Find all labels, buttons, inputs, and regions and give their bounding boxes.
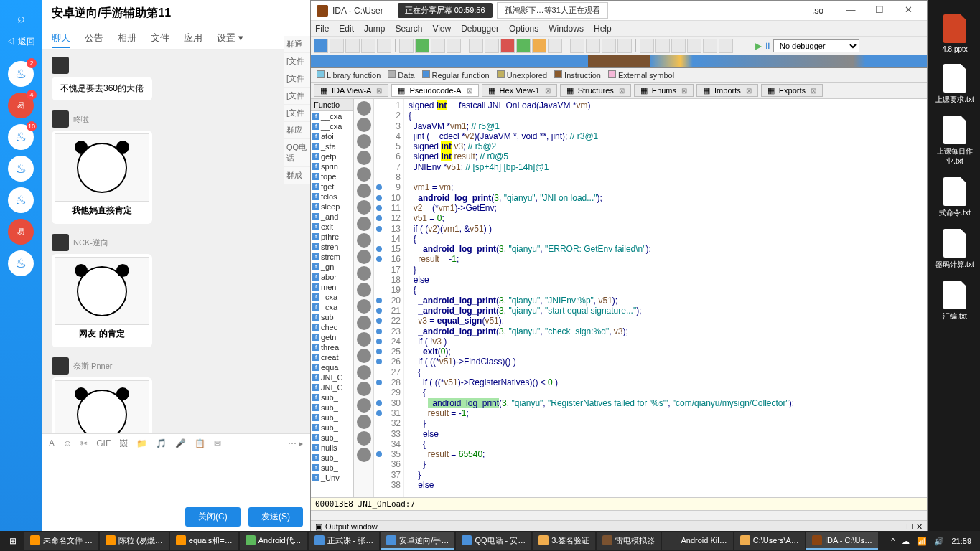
member-avatar[interactable] [357, 316, 371, 330]
line-number[interactable]: 21 [374, 306, 403, 316]
function-item[interactable]: fJNI_C [311, 372, 353, 382]
horizontal-scrollbar[interactable] [311, 510, 927, 520]
member-avatar[interactable] [357, 217, 371, 231]
line-number[interactable]: 34 [374, 439, 403, 449]
function-item[interactable]: fsub_ [311, 402, 353, 413]
function-item[interactable]: fabor [311, 272, 353, 282]
line-number[interactable]: 5 [374, 141, 403, 151]
toolbar-button[interactable] [687, 39, 701, 53]
menu-item[interactable]: Options [509, 24, 538, 34]
toolbar-button[interactable] [314, 39, 328, 53]
function-item[interactable]: fsleep [311, 202, 353, 212]
function-item[interactable]: fatoi [311, 131, 353, 141]
code-line[interactable]: _android_log_print(3, "qianyu", "Registe… [409, 398, 923, 408]
desktop-file[interactable]: 汇编.txt [933, 281, 976, 321]
code-line[interactable]: vm1 = vm; [409, 182, 923, 192]
line-number[interactable]: 1 [374, 100, 403, 110]
right-panel-item[interactable]: QQ电话 [284, 139, 312, 167]
code-line[interactable]: } [409, 418, 923, 428]
chat-tab[interactable]: 公告 [85, 32, 103, 43]
taskbar-item[interactable]: C:\Users\A… [734, 532, 805, 550]
toolbar-button[interactable] [469, 39, 483, 53]
sticker[interactable]: 网友 的肯定 [52, 254, 152, 347]
ida-titlebar[interactable]: IDA - C:\User 正在分享屏幕 00:59:56 孤鸿影下…等31人正… [311, 1, 927, 21]
line-number[interactable]: 17 [374, 265, 403, 275]
maximize-button[interactable]: ☐ [867, 4, 892, 18]
line-number[interactable]: 12 [374, 213, 403, 223]
code-line[interactable]: result = 65540; [409, 449, 923, 459]
tab-close-icon[interactable]: ⊠ [811, 87, 816, 95]
taskbar-item[interactable]: 未命名文件 … [24, 532, 98, 550]
line-number[interactable]: 3 [374, 121, 403, 131]
desktop-file[interactable]: 器码计算.txt [933, 229, 976, 270]
member-avatar[interactable] [357, 365, 371, 380]
code-line[interactable]: jint (__cdecl *v2)(JavaVM *, void **, ji… [409, 131, 923, 141]
member-avatar[interactable] [357, 118, 371, 132]
line-number[interactable]: 26 [374, 357, 403, 367]
member-avatar[interactable] [357, 167, 371, 182]
line-number[interactable]: 20 [374, 296, 403, 306]
toolbar-button[interactable] [447, 39, 461, 53]
tab-close-icon[interactable]: ⊠ [467, 87, 472, 95]
member-avatar[interactable] [357, 332, 371, 347]
chat-tab[interactable]: 相册 [118, 32, 136, 43]
function-item[interactable]: fnulls [311, 443, 353, 453]
code-line[interactable]: signed int __fastcall JNI_OnLoad(JavaVM … [409, 100, 923, 110]
toolbar-button[interactable] [361, 39, 375, 53]
function-item[interactable]: fsub_ [311, 433, 353, 443]
code-line[interactable]: JNIEnv *v51; // [sp+4h] [bp-14h]@1 [409, 162, 923, 172]
toolbar-button[interactable] [532, 39, 546, 53]
function-item[interactable]: fsprin [311, 161, 353, 171]
code-line[interactable]: result = -1; [409, 254, 923, 264]
function-item[interactable]: fchec [311, 322, 353, 332]
toolbar-button[interactable] [570, 39, 584, 53]
function-item[interactable]: fpthre [311, 232, 353, 242]
taskbar-item[interactable]: equals和=… [170, 532, 238, 550]
toolbar-button[interactable] [719, 39, 733, 53]
right-panel-item[interactable]: 群应 [284, 122, 312, 139]
sidebar-avatar[interactable]: 易 [8, 219, 34, 245]
back-button[interactable]: ◁ 返回 [6, 36, 34, 48]
member-avatar[interactable] [357, 283, 371, 297]
chat-tab[interactable]: 文件 [151, 32, 169, 43]
code-line[interactable]: v3 = equal_sign(v51); [409, 316, 923, 326]
view-tab[interactable]: ▦Exports⊠ [761, 84, 823, 97]
line-number[interactable]: 32 [374, 418, 403, 428]
sidebar-avatar[interactable]: ♨10 [8, 124, 34, 150]
toolbar-button[interactable] [655, 39, 670, 53]
taskbar-item[interactable]: QQ电话 - 安… [456, 532, 531, 550]
menu-item[interactable]: View [432, 24, 451, 34]
member-avatar[interactable] [357, 299, 371, 314]
code-line[interactable]: { [409, 110, 923, 121]
view-tab[interactable]: ▦Structures⊠ [560, 84, 631, 97]
function-item[interactable]: fmen [311, 282, 353, 292]
right-panel-item[interactable]: 群通 [284, 36, 312, 53]
toolbar-button[interactable] [485, 39, 499, 53]
close-button[interactable]: ✕ [895, 4, 921, 18]
code-line[interactable]: else [409, 480, 923, 490]
code-line[interactable]: _android_log_print(3, "qianyu", "JNI on … [409, 193, 923, 203]
menu-item[interactable]: Help [594, 24, 612, 34]
function-item[interactable]: fgetp [311, 151, 353, 161]
tab-close-icon[interactable]: ⊠ [376, 87, 382, 95]
member-avatar[interactable] [357, 233, 371, 248]
code-line[interactable]: else [409, 429, 923, 439]
compose-tool-icon[interactable]: 📋 [195, 438, 205, 448]
message-list[interactable]: 不愧是要去360的大佬 咚啦 我他妈直接肯定 NCK-逆向 网友 的肯定 奈斯·… [42, 50, 310, 433]
toolbar-button[interactable] [330, 39, 344, 53]
line-number[interactable]: 37 [374, 470, 403, 480]
code-line[interactable]: _android_log_print(3, "qianyu", "start e… [409, 306, 923, 316]
code-line[interactable]: if ( (v2)(vm1, &v51) ) [409, 224, 923, 234]
code-line[interactable]: { [409, 439, 923, 449]
line-number[interactable]: 8 [374, 172, 403, 182]
taskbar-item[interactable]: 安卓逆向/手… [381, 532, 454, 550]
line-number[interactable]: 14 [374, 234, 403, 244]
function-item[interactable]: ffget [311, 182, 353, 192]
sticker[interactable]: 网友 的肯定 [52, 377, 152, 433]
sidebar-avatar[interactable]: ♨2 [8, 61, 34, 87]
member-avatar[interactable] [357, 266, 371, 281]
line-number[interactable]: 27 [374, 367, 403, 377]
line-number[interactable]: 24 [374, 336, 403, 347]
line-number[interactable]: 13 [374, 224, 403, 234]
menu-item[interactable]: Windows [549, 24, 584, 34]
